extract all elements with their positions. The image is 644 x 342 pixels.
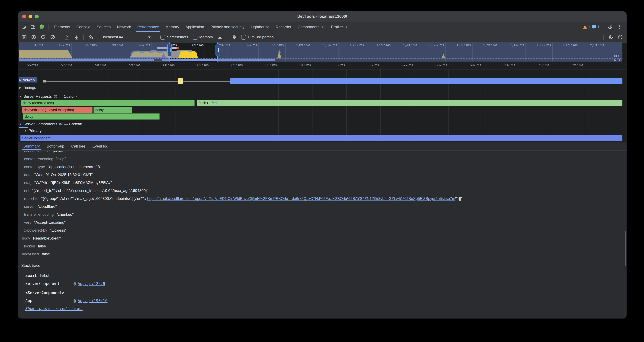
home-icon[interactable] — [87, 33, 94, 41]
checkbox-box[interactable] — [160, 35, 165, 40]
property-row: vary"Accept-Encoding" — [18, 218, 626, 226]
selection-handle-right[interactable] — [216, 44, 220, 56]
record-icon[interactable] — [30, 33, 38, 41]
tab-label: Network — [117, 25, 131, 29]
dim-3rd-parties-checkbox[interactable]: Dim 3rd parties — [241, 35, 274, 40]
property-row: etag"W/\"4b1-RjEJloX9kRinu6F0MAZMmy6E5iA… — [18, 179, 626, 187]
flame-bar[interactable]: delay (deferred text) — [21, 100, 195, 106]
tab-label: Profiler — [331, 25, 343, 29]
network-track-header[interactable]: ▶Network — [19, 77, 37, 83]
tab-components[interactable]: Components — [294, 22, 328, 32]
save-profile-icon[interactable] — [72, 33, 80, 41]
warnings-badge[interactable]: 1 — [583, 25, 590, 29]
ruler-tick-label: 627 ms — [214, 63, 243, 67]
overview-tick-label: 1,697 ms — [448, 43, 471, 47]
tab-lighthouse[interactable]: Lighthouse — [248, 22, 272, 32]
primary-group-header[interactable]: ▼Primary — [24, 129, 42, 133]
network-request-queueing-bar[interactable] — [178, 78, 183, 84]
tab-profiler[interactable]: Profiler — [328, 22, 352, 32]
more-options-kebab-icon[interactable] — [616, 23, 624, 31]
flame-bar[interactable]: delayedError (…ayed exception) — [22, 106, 92, 113]
tab-memory[interactable]: Memory — [162, 22, 182, 32]
collapse-sections-icon[interactable] — [230, 33, 238, 41]
help-icon[interactable]: ? — [616, 33, 624, 41]
timeline-overview[interactable]: CPU NET 97 ms197 ms297 ms397 ms497 ms597… — [18, 43, 626, 62]
overview-tick-label: 1,197 ms — [315, 43, 337, 47]
selection-handle-left[interactable] — [167, 44, 172, 56]
overview-tick-line — [365, 43, 366, 62]
report-endpoint-link[interactable]: https://a.nel.cloudflare.com/report/v4?s… — [147, 196, 455, 201]
memory-checkbox[interactable]: Memory — [192, 35, 213, 40]
flame-bar-label: delay (deferred text) — [23, 101, 54, 105]
overview-tick-line — [446, 43, 446, 62]
overview-tick-line — [472, 43, 472, 62]
ruler-tick-label: 707 ms — [487, 63, 515, 67]
property-value: "chunked" — [56, 212, 74, 216]
performance-toolbar: localhost #4 Screenshots Memory Dim 3r — [18, 32, 626, 43]
devtools-window: DevTools - localhost:3000/ ElementsConso… — [18, 12, 626, 318]
tab-label: Recorder — [276, 25, 292, 29]
summary-tab-summary[interactable]: Summary — [20, 142, 43, 150]
property-row: report-to"{\"group\":\"cf-nel\",\"max_ag… — [18, 194, 626, 202]
tab-label: Memory — [166, 25, 179, 29]
chevron-down-icon — [148, 36, 150, 38]
show-ignore-listed-frames-link[interactable]: Show ignore-listed frames — [21, 306, 626, 311]
record-and-reload-icon[interactable] — [39, 33, 47, 41]
summary-tab-bottom-up[interactable]: Bottom-up — [44, 142, 68, 150]
capture-settings-gear-icon[interactable] — [607, 33, 614, 41]
separator — [60, 35, 60, 40]
ruler-tick-label: 657 ms — [316, 63, 345, 67]
summary-tab-label: Call tree — [71, 144, 85, 148]
overview-tick-line — [499, 43, 499, 62]
checkbox-box[interactable] — [192, 35, 197, 40]
tab-network[interactable]: Network — [114, 22, 134, 32]
tab-performance[interactable]: Performance — [134, 22, 162, 32]
tab-recorder[interactable]: Recorder — [272, 22, 294, 32]
tab-label: Lighthouse — [251, 25, 270, 29]
summary-scrollbar-thumb[interactable] — [625, 231, 626, 266]
history-target-select[interactable]: localhost #4 — [101, 34, 152, 40]
summary-tab-event-log[interactable]: Event log — [89, 142, 112, 150]
stack-frame-at-symbol: @ — [74, 281, 76, 286]
device-toolbar-icon[interactable] — [29, 23, 37, 31]
toggle-sidebar-icon[interactable] — [20, 33, 28, 41]
property-value: "keep-alive" — [45, 151, 65, 153]
network-request-bar[interactable] — [230, 78, 622, 84]
ruler-tick-label: 717 ms — [521, 63, 550, 67]
load-profile-icon[interactable] — [63, 33, 71, 41]
ruler-tick-label: 647 ms — [282, 63, 311, 67]
flame-bar[interactable]: delay — [94, 106, 132, 113]
tab-sources[interactable]: Sources — [94, 22, 114, 32]
timings-track-header[interactable]: ▶Timings — [19, 85, 36, 90]
tab-privacy-and-security[interactable]: Privacy and security — [207, 22, 248, 32]
checkbox-box[interactable] — [241, 35, 246, 40]
server-requests-track-header[interactable]: ▼Server Requests— Custom — [19, 94, 77, 99]
flame-bar[interactable]: delay — [23, 113, 160, 120]
tab-label: Components — [298, 25, 319, 29]
summary-tab-call-tree[interactable]: Call tree — [68, 142, 88, 150]
timeline-ruler: ms567 ms577 ms587 ms597 ms607 ms617 ms62… — [18, 62, 626, 70]
clear-icon[interactable] — [49, 33, 56, 41]
stack-frame-source-link[interactable]: App.js:190:16 — [78, 298, 108, 303]
tab-elements[interactable]: Elements — [51, 22, 73, 32]
property-row: nel"{\"report_to\":\"cf-nel\",\"success_… — [18, 187, 626, 194]
server-components-track-header[interactable]: ▼Server Components— Custom — [19, 122, 82, 126]
stack-frame-source-link[interactable]: App.js:128:9 — [78, 281, 105, 286]
flame-bar[interactable]: fetch (…/api) — [197, 100, 622, 106]
inspect-element-icon[interactable] — [20, 23, 28, 31]
property-key: date — [24, 172, 32, 177]
overview-tick-label: 1,297 ms — [342, 43, 364, 47]
screenshots-checkbox[interactable]: Screenshots — [160, 35, 188, 40]
flame-bar[interactable]: ServerComponent — [20, 135, 622, 141]
garbage-collect-broom-icon[interactable] — [216, 33, 224, 41]
property-value: "Wed, 01 Oct 2025 18:32:01 GMT" — [34, 172, 93, 177]
tab-console[interactable]: Console — [73, 22, 94, 32]
issues-badge[interactable]: 1 — [592, 25, 600, 29]
devtools-tabbar: ElementsConsoleSourcesNetworkPerformance… — [18, 22, 626, 32]
ruler-tick-label: 587 ms — [78, 63, 106, 67]
tab-application[interactable]: Application — [182, 22, 207, 32]
settings-gear-icon[interactable] — [606, 23, 614, 31]
overview-tick-label: 397 ms — [101, 43, 124, 47]
triangle-right-icon: ▶ — [19, 79, 21, 81]
flame-chart[interactable]: ms567 ms577 ms587 ms597 ms607 ms617 ms62… — [18, 62, 626, 142]
